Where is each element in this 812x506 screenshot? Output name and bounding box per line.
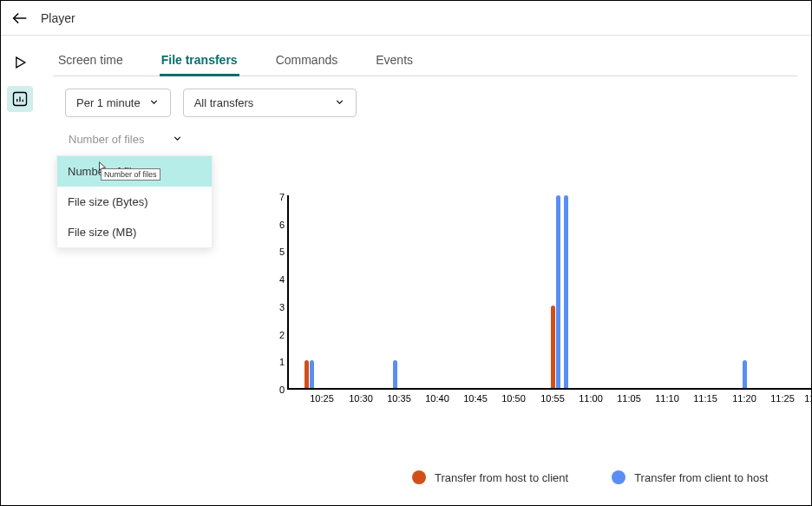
- y-tick: 1: [267, 357, 285, 367]
- x-tick: 11:05: [617, 393, 641, 404]
- chart-legend: Transfer from host to client Transfer fr…: [412, 470, 768, 484]
- x-tick: 10:35: [387, 393, 411, 404]
- filter-select[interactable]: All transfers: [183, 89, 357, 117]
- metric-option[interactable]: Number of filesNumber of files: [57, 156, 212, 187]
- x-tick: 10:40: [425, 393, 449, 404]
- y-tick: 2: [267, 330, 285, 340]
- y-tick: 3: [267, 302, 285, 312]
- y-tick: 4: [267, 274, 285, 285]
- legend-item-host-to-client: Transfer from host to client: [412, 470, 568, 484]
- x-tick: 11:00: [579, 393, 603, 404]
- chevron-down-icon: [172, 133, 183, 147]
- metric-option[interactable]: File size (MB): [57, 217, 212, 247]
- y-tick: 0: [267, 384, 285, 395]
- app-window: Player Screen timeFile transfersCommands…: [0, 0, 812, 506]
- metric-dropdown: Number of filesNumber of filesFile size …: [56, 155, 213, 248]
- x-tick: 10:25: [310, 393, 334, 404]
- x-tick: 11:15: [693, 393, 717, 404]
- chart-area: 01234567 10:2510:3010:3510:4010:4510:501…: [268, 195, 812, 430]
- bar-orange: [551, 306, 555, 388]
- x-tick: 10:30: [349, 393, 373, 404]
- metric-select-label: Number of files: [69, 133, 144, 146]
- bar-chart: 01234567 10:2510:3010:3510:4010:4510:501…: [268, 195, 812, 395]
- tab-file-transfers[interactable]: File transfers: [160, 44, 239, 76]
- interval-select-label: Per 1 minute: [76, 96, 141, 109]
- tab-screen-time[interactable]: Screen time: [56, 44, 125, 76]
- filter-select-label: All transfers: [194, 96, 254, 109]
- y-tick: 6: [267, 220, 285, 230]
- y-axis: 01234567: [268, 195, 287, 390]
- bar-chart-icon: [11, 90, 29, 108]
- x-tick: 10:50: [501, 393, 526, 404]
- main-panel: Screen timeFile transfersCommandsEvents …: [39, 36, 811, 505]
- tabs: Screen timeFile transfersCommandsEvents: [53, 44, 797, 76]
- x-tick: 10:45: [463, 393, 488, 404]
- legend-label: Transfer from client to host: [634, 471, 768, 484]
- x-tick: 11:20: [732, 393, 756, 404]
- tab-commands[interactable]: Commands: [274, 44, 340, 76]
- play-icon: [11, 54, 29, 71]
- rail-analytics-button[interactable]: [7, 86, 33, 112]
- bar-blue: [556, 195, 560, 388]
- interval-select[interactable]: Per 1 minute: [65, 89, 171, 117]
- legend-swatch-orange: [412, 470, 426, 484]
- metric-option[interactable]: File size (Bytes): [57, 187, 212, 217]
- legend-label: Transfer from host to client: [435, 471, 568, 484]
- plot-region: [287, 195, 812, 390]
- back-button[interactable]: [8, 6, 32, 30]
- tab-events[interactable]: Events: [374, 44, 415, 76]
- svg-marker-0: [16, 57, 25, 68]
- x-tick: 10:55: [540, 393, 565, 404]
- tooltip: Number of files: [101, 168, 160, 181]
- legend-swatch-blue: [612, 470, 625, 484]
- bar-blue: [393, 360, 397, 388]
- bar-orange: [304, 360, 309, 388]
- x-tick: 11:10: [655, 393, 679, 404]
- chevron-down-icon: [148, 96, 160, 110]
- left-rail: [1, 36, 39, 505]
- rail-play-button[interactable]: [7, 49, 33, 76]
- bar-blue: [564, 195, 568, 388]
- x-tick: 11:25: [770, 393, 795, 404]
- chevron-down-icon: [334, 96, 345, 110]
- page-title: Player: [41, 11, 75, 25]
- back-arrow-icon: [10, 9, 29, 28]
- legend-item-client-to-host: Transfer from client to host: [612, 470, 768, 484]
- bar-blue: [743, 360, 747, 388]
- x-tick: 11:30: [804, 393, 812, 404]
- bar-blue: [310, 360, 314, 388]
- y-tick: 7: [267, 192, 285, 202]
- y-tick: 5: [267, 246, 285, 257]
- metric-select[interactable]: Number of files: [65, 126, 190, 153]
- top-bar: Player: [1, 1, 811, 36]
